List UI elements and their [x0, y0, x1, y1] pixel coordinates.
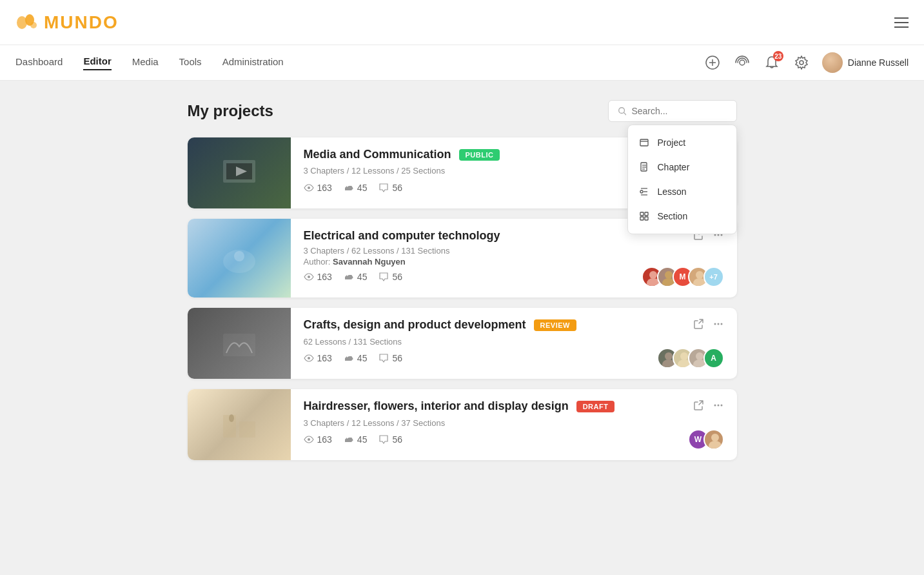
- card-bottom: 163 45 56 W: [304, 429, 724, 450]
- notification-badge: 23: [773, 51, 783, 61]
- add-icon[interactable]: [703, 54, 722, 72]
- svg-point-7: [800, 61, 803, 65]
- card-meta: 62 Lessons / 131 Sections: [304, 337, 724, 347]
- avatar-more: +7: [703, 267, 724, 287]
- svg-rect-22: [640, 217, 644, 220]
- svg-rect-60: [239, 421, 255, 438]
- more-button[interactable]: [713, 399, 724, 414]
- page-title: My projects: [188, 102, 273, 120]
- project-icon: [638, 137, 650, 148]
- svg-point-53: [665, 352, 673, 360]
- svg-point-27: [308, 187, 310, 189]
- status-badge: PUBLIC: [459, 149, 500, 161]
- likes-stat: 45: [344, 434, 368, 445]
- dropdown-lesson[interactable]: Lesson: [628, 179, 736, 204]
- svg-point-49: [714, 323, 716, 325]
- card-bottom: 163 45 56: [304, 267, 724, 287]
- user-avatar: [822, 52, 843, 73]
- views-stat: 163: [304, 183, 332, 193]
- svg-point-62: [714, 405, 716, 407]
- header: MUNDO: [0, 0, 924, 45]
- nav-editor[interactable]: Editor: [83, 55, 111, 70]
- svg-point-65: [308, 438, 310, 441]
- avatar: [703, 429, 724, 450]
- svg-point-42: [649, 271, 657, 279]
- lesson-icon: [638, 186, 650, 197]
- chapter-icon: [638, 161, 650, 173]
- svg-point-63: [717, 405, 719, 407]
- nav-dashboard[interactable]: Dashboard: [15, 56, 63, 70]
- svg-point-66: [711, 434, 719, 441]
- svg-point-55: [680, 352, 688, 360]
- svg-point-16: [640, 190, 643, 193]
- search-area: Project Chapter: [608, 100, 737, 122]
- svg-point-44: [665, 271, 673, 279]
- card-actions: [693, 399, 724, 414]
- share-button[interactable]: [693, 399, 705, 414]
- nav-links: Dashboard Editor Media Tools Administrat…: [15, 55, 284, 70]
- svg-point-2: [30, 22, 37, 28]
- more-button[interactable]: [713, 318, 724, 332]
- avatars: W: [688, 429, 724, 450]
- hamburger-button[interactable]: [894, 17, 909, 28]
- main-content: My projects Project: [172, 81, 752, 490]
- card-actions: [693, 318, 724, 332]
- main-nav: Dashboard Editor Media Tools Administrat…: [0, 45, 924, 81]
- card-author: Author: Savannah Nguyen: [304, 257, 724, 267]
- nav-tools[interactable]: Tools: [179, 56, 202, 70]
- nav-media[interactable]: Media: [132, 56, 159, 70]
- card-stats: 163 45 56: [304, 434, 403, 445]
- card-top: Hairdresser, flowers, interior and displ…: [304, 399, 724, 414]
- svg-point-51: [720, 323, 722, 325]
- svg-point-41: [308, 276, 310, 278]
- card-body: Crafts, design and product development R…: [291, 308, 737, 379]
- notifications-icon[interactable]: 23: [763, 54, 781, 72]
- views-stat: 163: [304, 353, 332, 363]
- card-thumbnail: [188, 137, 291, 208]
- card-thumbnail: [188, 308, 291, 379]
- svg-rect-20: [640, 212, 644, 216]
- search-input[interactable]: [631, 106, 727, 116]
- svg-rect-21: [645, 212, 648, 216]
- card-thumbnail: [188, 219, 291, 298]
- dropdown-section[interactable]: Section: [628, 204, 736, 228]
- dropdown-project[interactable]: Project: [628, 130, 736, 155]
- status-badge: REVIEW: [534, 319, 576, 331]
- dropdown-chapter[interactable]: Chapter: [628, 155, 736, 179]
- svg-line-9: [624, 113, 625, 115]
- section-icon: [638, 210, 650, 222]
- card-meta: 3 Chapters / 62 Lessons / 131 Sections: [304, 246, 724, 256]
- svg-point-64: [720, 405, 722, 407]
- views-stat: 163: [304, 434, 332, 445]
- broadcast-icon[interactable]: [733, 54, 751, 72]
- svg-point-46: [696, 271, 703, 279]
- card-title: Hairdresser, flowers, interior and displ…: [304, 399, 569, 413]
- svg-point-61: [229, 414, 234, 422]
- svg-point-6: [740, 60, 745, 65]
- card-title: Electrical and computer technology: [304, 229, 500, 243]
- search-icon: [618, 106, 627, 116]
- logo: MUNDO: [15, 11, 119, 34]
- project-card: Hairdresser, flowers, interior and displ…: [188, 389, 737, 460]
- card-stats: 163 45 56: [304, 353, 403, 363]
- likes-stat: 45: [344, 272, 368, 282]
- user-info[interactable]: Dianne Russell: [822, 52, 909, 73]
- status-badge: DRAFT: [576, 401, 615, 412]
- svg-rect-10: [640, 139, 648, 146]
- settings-icon[interactable]: [792, 54, 811, 72]
- search-box[interactable]: [608, 100, 737, 122]
- card-body: Hairdresser, flowers, interior and displ…: [291, 389, 737, 460]
- views-stat: 163: [304, 272, 332, 282]
- card-title: Crafts, design and product development: [304, 318, 526, 332]
- logo-icon: [15, 11, 39, 34]
- svg-rect-48: [223, 334, 255, 356]
- comments-stat: 56: [378, 272, 402, 282]
- nav-administration[interactable]: Administration: [222, 56, 284, 70]
- avatar-a: A: [703, 348, 724, 368]
- card-title: Media and Communication: [304, 148, 451, 161]
- comments-stat: 56: [378, 434, 402, 445]
- svg-point-52: [308, 357, 310, 359]
- card-stats: 163 45 56: [304, 272, 403, 282]
- share-button[interactable]: [693, 318, 705, 332]
- card-meta: 3 Chapters / 12 Lessons / 37 Sections: [304, 418, 724, 428]
